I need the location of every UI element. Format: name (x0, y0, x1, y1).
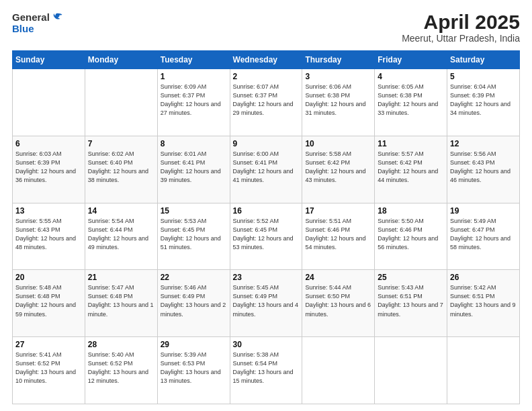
day-number: 16 (233, 206, 300, 216)
logo-general: General (12, 12, 50, 22)
calendar-cell (447, 337, 520, 404)
day-number: 1 (161, 72, 227, 81)
day-number: 25 (378, 273, 444, 282)
day-number: 11 (378, 139, 444, 148)
calendar-cell: 13Sunrise: 5:55 AM Sunset: 6:43 PM Dayli… (13, 203, 85, 270)
calendar-cell: 9Sunrise: 6:00 AM Sunset: 6:41 PM Daylig… (230, 136, 302, 203)
day-info: Sunrise: 6:04 AM Sunset: 6:39 PM Dayligh… (450, 83, 517, 118)
day-info: Sunrise: 6:07 AM Sunset: 6:37 PM Dayligh… (233, 83, 300, 118)
calendar-week-row: 13Sunrise: 5:55 AM Sunset: 6:43 PM Dayli… (13, 203, 520, 270)
calendar-cell: 16Sunrise: 5:52 AM Sunset: 6:45 PM Dayli… (230, 203, 302, 270)
day-number: 30 (233, 340, 300, 349)
logo-blue: Blue (12, 23, 34, 34)
day-number: 4 (378, 72, 444, 81)
page: General Blue April 2025 Meerut, Uttar Pr… (0, 0, 532, 411)
day-info: Sunrise: 5:45 AM Sunset: 6:49 PM Dayligh… (233, 283, 300, 318)
day-number: 21 (88, 273, 154, 282)
day-number: 13 (15, 206, 82, 216)
day-number: 18 (378, 206, 444, 216)
day-info: Sunrise: 5:41 AM Sunset: 6:52 PM Dayligh… (15, 351, 82, 385)
day-number: 12 (450, 139, 517, 148)
day-info: Sunrise: 6:03 AM Sunset: 6:39 PM Dayligh… (15, 150, 82, 185)
header: General Blue April 2025 Meerut, Uttar Pr… (12, 11, 520, 44)
calendar-cell: 1Sunrise: 6:09 AM Sunset: 6:37 PM Daylig… (157, 69, 230, 136)
day-info: Sunrise: 6:06 AM Sunset: 6:38 PM Dayligh… (305, 83, 371, 118)
calendar-cell (302, 337, 375, 404)
day-info: Sunrise: 6:02 AM Sunset: 6:40 PM Dayligh… (88, 150, 154, 185)
day-header-friday: Friday (375, 51, 447, 69)
day-info: Sunrise: 5:43 AM Sunset: 6:51 PM Dayligh… (378, 283, 444, 318)
day-info: Sunrise: 6:01 AM Sunset: 6:41 PM Dayligh… (161, 150, 227, 185)
day-info: Sunrise: 5:40 AM Sunset: 6:52 PM Dayligh… (88, 351, 154, 385)
day-info: Sunrise: 6:05 AM Sunset: 6:38 PM Dayligh… (378, 83, 444, 118)
day-info: Sunrise: 5:52 AM Sunset: 6:45 PM Dayligh… (233, 217, 300, 252)
day-number: 23 (233, 273, 300, 282)
calendar-cell: 8Sunrise: 6:01 AM Sunset: 6:41 PM Daylig… (157, 136, 230, 203)
calendar-cell: 11Sunrise: 5:57 AM Sunset: 6:42 PM Dayli… (375, 136, 447, 203)
day-number: 19 (450, 206, 517, 216)
calendar-cell: 6Sunrise: 6:03 AM Sunset: 6:39 PM Daylig… (13, 136, 85, 203)
day-info: Sunrise: 5:44 AM Sunset: 6:50 PM Dayligh… (305, 283, 371, 318)
calendar-cell: 30Sunrise: 5:38 AM Sunset: 6:54 PM Dayli… (230, 337, 302, 404)
day-number: 6 (15, 139, 82, 148)
day-number: 26 (450, 273, 517, 282)
day-info: Sunrise: 5:53 AM Sunset: 6:45 PM Dayligh… (161, 217, 227, 252)
calendar-cell: 19Sunrise: 5:49 AM Sunset: 6:47 PM Dayli… (447, 203, 520, 270)
calendar-cell (13, 69, 85, 136)
day-info: Sunrise: 5:48 AM Sunset: 6:48 PM Dayligh… (15, 283, 82, 318)
day-header-saturday: Saturday (447, 51, 520, 69)
day-info: Sunrise: 5:49 AM Sunset: 6:47 PM Dayligh… (450, 217, 517, 252)
day-info: Sunrise: 5:57 AM Sunset: 6:42 PM Dayligh… (378, 150, 444, 185)
calendar-cell: 27Sunrise: 5:41 AM Sunset: 6:52 PM Dayli… (13, 337, 85, 404)
calendar-cell: 25Sunrise: 5:43 AM Sunset: 6:51 PM Dayli… (375, 270, 447, 337)
day-number: 9 (233, 139, 300, 148)
calendar-table: SundayMondayTuesdayWednesdayThursdayFrid… (12, 50, 520, 404)
day-info: Sunrise: 5:47 AM Sunset: 6:48 PM Dayligh… (88, 283, 154, 318)
day-info: Sunrise: 5:55 AM Sunset: 6:43 PM Dayligh… (15, 217, 82, 252)
calendar-week-row: 20Sunrise: 5:48 AM Sunset: 6:48 PM Dayli… (13, 270, 520, 337)
calendar-cell: 15Sunrise: 5:53 AM Sunset: 6:45 PM Dayli… (157, 203, 230, 270)
title-block: April 2025 Meerut, Uttar Pradesh, India (402, 11, 520, 44)
calendar-cell: 29Sunrise: 5:39 AM Sunset: 6:53 PM Dayli… (157, 337, 230, 404)
day-number: 15 (161, 206, 227, 216)
calendar-cell: 5Sunrise: 6:04 AM Sunset: 6:39 PM Daylig… (447, 69, 520, 136)
day-number: 7 (88, 139, 154, 148)
day-header-tuesday: Tuesday (157, 51, 230, 69)
day-info: Sunrise: 5:58 AM Sunset: 6:42 PM Dayligh… (305, 150, 371, 185)
calendar-week-row: 6Sunrise: 6:03 AM Sunset: 6:39 PM Daylig… (13, 136, 520, 203)
day-info: Sunrise: 6:09 AM Sunset: 6:37 PM Dayligh… (161, 83, 227, 118)
day-info: Sunrise: 5:38 AM Sunset: 6:54 PM Dayligh… (233, 351, 300, 385)
logo-bird-icon (51, 11, 63, 23)
day-number: 3 (305, 72, 371, 81)
day-number: 28 (88, 340, 154, 349)
day-info: Sunrise: 5:39 AM Sunset: 6:53 PM Dayligh… (161, 351, 227, 385)
calendar-cell: 17Sunrise: 5:51 AM Sunset: 6:46 PM Dayli… (302, 203, 375, 270)
calendar-cell: 4Sunrise: 6:05 AM Sunset: 6:38 PM Daylig… (375, 69, 447, 136)
calendar-cell: 24Sunrise: 5:44 AM Sunset: 6:50 PM Dayli… (302, 270, 375, 337)
day-number: 22 (161, 273, 227, 282)
day-number: 5 (450, 72, 517, 81)
day-info: Sunrise: 5:54 AM Sunset: 6:44 PM Dayligh… (88, 217, 154, 252)
day-number: 17 (305, 206, 371, 216)
calendar-week-row: 27Sunrise: 5:41 AM Sunset: 6:52 PM Dayli… (13, 337, 520, 404)
day-info: Sunrise: 5:46 AM Sunset: 6:49 PM Dayligh… (161, 283, 227, 318)
calendar-cell: 23Sunrise: 5:45 AM Sunset: 6:49 PM Dayli… (230, 270, 302, 337)
logo: General Blue (12, 11, 63, 35)
calendar-cell: 20Sunrise: 5:48 AM Sunset: 6:48 PM Dayli… (13, 270, 85, 337)
day-header-sunday: Sunday (13, 51, 85, 69)
calendar-cell: 12Sunrise: 5:56 AM Sunset: 6:43 PM Dayli… (447, 136, 520, 203)
calendar-cell: 3Sunrise: 6:06 AM Sunset: 6:38 PM Daylig… (302, 69, 375, 136)
calendar-cell (85, 69, 157, 136)
title-location: Meerut, Uttar Pradesh, India (402, 33, 520, 44)
calendar-header-row: SundayMondayTuesdayWednesdayThursdayFrid… (13, 51, 520, 69)
day-info: Sunrise: 5:42 AM Sunset: 6:51 PM Dayligh… (450, 283, 517, 318)
calendar-cell: 10Sunrise: 5:58 AM Sunset: 6:42 PM Dayli… (302, 136, 375, 203)
calendar-week-row: 1Sunrise: 6:09 AM Sunset: 6:37 PM Daylig… (13, 69, 520, 136)
calendar-cell: 21Sunrise: 5:47 AM Sunset: 6:48 PM Dayli… (85, 270, 157, 337)
calendar-cell: 2Sunrise: 6:07 AM Sunset: 6:37 PM Daylig… (230, 69, 302, 136)
calendar-cell: 18Sunrise: 5:50 AM Sunset: 6:46 PM Dayli… (375, 203, 447, 270)
day-number: 8 (161, 139, 227, 148)
day-number: 20 (15, 273, 82, 282)
day-number: 24 (305, 273, 371, 282)
day-info: Sunrise: 5:56 AM Sunset: 6:43 PM Dayligh… (450, 150, 517, 185)
